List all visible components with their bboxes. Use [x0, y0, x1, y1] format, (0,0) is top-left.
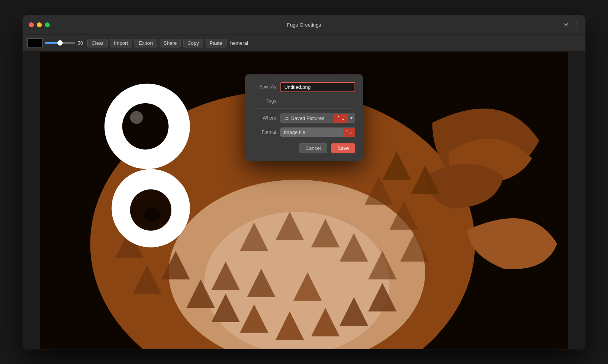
- where-select[interactable]: 🗂 Saved Pictures: [280, 113, 334, 123]
- tags-row: Tags:: [253, 97, 355, 109]
- where-selector: 🗂 Saved Pictures ⌃⌄ ▾: [280, 113, 355, 123]
- maximize-button[interactable]: [45, 22, 50, 27]
- where-folder-icon: 🗂: [284, 115, 289, 121]
- puzzle-icon[interactable]: ✳︎: [564, 21, 568, 28]
- ephemeral-label: hemeral: [230, 40, 248, 46]
- format-selector: Image file ⌃⌄: [280, 128, 355, 137]
- save-dialog: Save As: Tags: Where: 🗂 Saved Pictures: [245, 74, 363, 161]
- format-value: Image file: [284, 129, 305, 135]
- more-options-icon[interactable]: ⋮: [573, 21, 579, 28]
- close-button[interactable]: [29, 22, 34, 27]
- window-title: Fugu Greetings: [287, 22, 321, 28]
- dialog-buttons: Cancel Save: [253, 143, 355, 153]
- where-label: Where:: [253, 115, 277, 121]
- tags-label: Tags:: [253, 98, 277, 104]
- export-button[interactable]: Export: [135, 39, 157, 47]
- save-as-row: Save As:: [253, 82, 355, 92]
- canvas-area[interactable]: Save As: Tags: Where: 🗂 Saved Pictures: [23, 52, 585, 349]
- format-stepper[interactable]: ⌃⌄: [343, 128, 355, 137]
- app-window: Fugu Greetings ✳︎ ⋮ 50 Clear Import Expo…: [23, 15, 585, 349]
- copy-button[interactable]: Copy: [183, 39, 203, 47]
- save-button[interactable]: Save: [331, 143, 355, 153]
- modal-overlay: Save As: Tags: Where: 🗂 Saved Pictures: [23, 52, 585, 349]
- cancel-button[interactable]: Cancel: [299, 143, 327, 153]
- traffic-lights: [29, 22, 50, 27]
- toolbar: 50 Clear Import Export Share Copy Paste …: [23, 35, 585, 52]
- where-value: Saved Pictures: [291, 115, 324, 121]
- brush-size-slider[interactable]: [45, 42, 75, 44]
- format-label: Format:: [253, 129, 277, 135]
- brush-size-value: 50: [78, 40, 85, 46]
- minimize-button[interactable]: [37, 22, 42, 27]
- share-button[interactable]: Share: [160, 39, 181, 47]
- titlebar: Fugu Greetings ✳︎ ⋮: [23, 15, 585, 35]
- brush-size-slider-container: 50: [45, 40, 85, 46]
- import-button[interactable]: Import: [110, 39, 132, 47]
- save-as-label: Save As:: [253, 84, 277, 90]
- format-row: Format: Image file ⌃⌄: [253, 128, 355, 137]
- save-as-input[interactable]: [280, 82, 355, 92]
- where-stepper[interactable]: ⌃⌄: [334, 113, 348, 123]
- clear-button[interactable]: Clear: [87, 39, 108, 47]
- pen-color-swatch[interactable]: [27, 38, 43, 47]
- where-row: Where: 🗂 Saved Pictures ⌃⌄ ▾: [253, 113, 355, 123]
- tags-input[interactable]: [280, 97, 355, 106]
- titlebar-actions: ✳︎ ⋮: [564, 21, 579, 28]
- paste-button[interactable]: Paste: [206, 39, 226, 47]
- where-expand-button[interactable]: ▾: [348, 113, 355, 123]
